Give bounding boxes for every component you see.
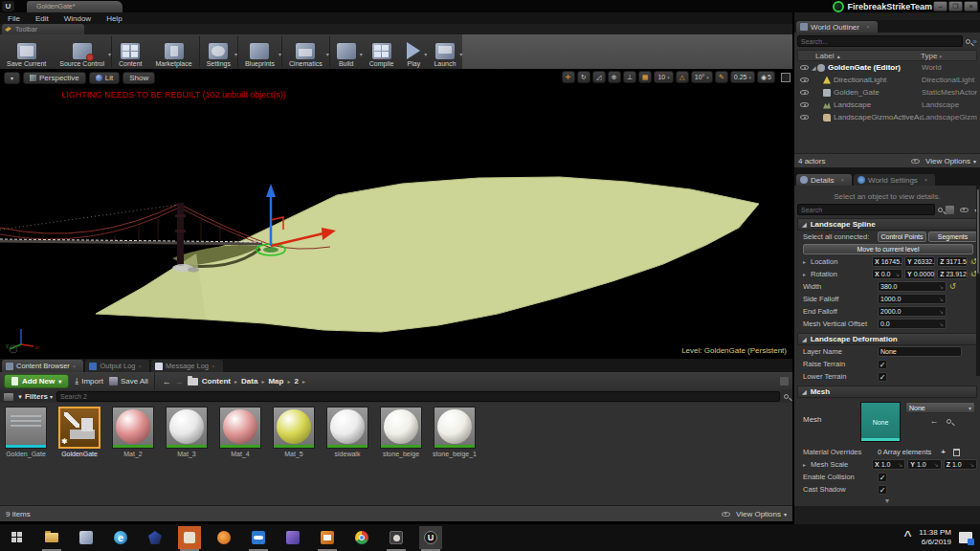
column-label[interactable]: Label ▲ (798, 52, 921, 60)
chevron-down-icon[interactable]: ▾ (108, 51, 111, 57)
lit-button[interactable]: Lit (89, 72, 120, 84)
lock-icon[interactable] (780, 377, 789, 386)
asset-sidewalk[interactable]: sidewalk (323, 407, 371, 457)
surface-snap-button[interactable]: ⊥ (623, 71, 636, 83)
expander-icon[interactable]: ▸ (803, 271, 809, 277)
launch-button[interactable]: Launch▾ (427, 34, 462, 69)
add-new-button[interactable]: Add New▾ (4, 374, 69, 388)
details-scrollbar[interactable] (976, 185, 980, 376)
reset-to-default-icon[interactable]: ↺ (949, 282, 956, 291)
save-current-button[interactable]: Save Current (0, 34, 53, 69)
segments-button[interactable]: Segments (928, 231, 977, 242)
notification-center-icon[interactable] (959, 532, 972, 543)
mesh-scale-x-field[interactable]: X1.0↘ (872, 459, 905, 470)
viewport-options-button[interactable]: ▾ (4, 72, 20, 84)
close-icon[interactable]: × (73, 364, 77, 369)
chevron-down-icon[interactable]: ▾ (278, 51, 281, 57)
chevron-down-icon[interactable]: ▾ (234, 51, 237, 57)
visibility-eye-icon[interactable] (800, 65, 809, 70)
menu-help[interactable]: Help (106, 14, 122, 23)
end-falloff-field[interactable]: 2000.0↘ (878, 306, 947, 317)
asset-search-input[interactable] (56, 391, 780, 402)
asset-mat-4[interactable]: Mat_4 (216, 407, 264, 457)
tab-content-browser[interactable]: Content Browser × (2, 360, 83, 372)
tray-chevron[interactable]: ^ (904, 529, 912, 546)
outliner-search-input[interactable] (797, 35, 963, 47)
asset-stone-beige-1[interactable]: stone_beige_1 (431, 407, 479, 457)
rotation-snap-value[interactable]: 10°▾ (691, 71, 713, 83)
sources-toggle-icon[interactable] (4, 393, 13, 401)
cast-shadow-checkbox[interactable]: ✓ (878, 485, 887, 495)
filters-button[interactable]: ▼Filters▾ (17, 392, 53, 401)
outliner-view-options-button[interactable]: View Options▾ (908, 157, 976, 165)
close-icon[interactable]: × (139, 364, 143, 369)
mesh-scale-y-field[interactable]: Y1.0↘ (907, 459, 941, 470)
save-all-button[interactable]: Save All (109, 377, 148, 386)
section-landscape-spline[interactable]: ◢ Landscape Spline (797, 218, 977, 231)
taskbar-remote-desktop[interactable] (281, 526, 304, 549)
show-button[interactable]: Show (122, 72, 155, 84)
breadcrumb-expand[interactable]: ▸ (302, 378, 305, 385)
camera-speed-button[interactable]: ◉5 (757, 71, 775, 83)
visibility-eye-icon[interactable] (800, 77, 809, 82)
taskbar-paint3d[interactable] (75, 526, 98, 549)
settings-button[interactable]: Settings▾ (200, 34, 237, 69)
asset-mat-3[interactable]: Mat_3 (163, 407, 211, 457)
close-icon[interactable]: × (212, 364, 215, 369)
mesh-scale-z-field[interactable]: Z1.0↘ (944, 459, 977, 470)
expander-icon[interactable]: ▸ (803, 258, 809, 265)
3d-viewport[interactable]: y x ▾ Perspective Lit Show ✛ ↻ ◿ ⊕ ⊥ ▦ 1… (0, 69, 792, 359)
build-button[interactable]: Build▾ (330, 34, 363, 69)
side-falloff-field[interactable]: 1000.0↘ (878, 294, 947, 304)
marketplace-button[interactable]: Marketplace (148, 34, 198, 69)
rotation-x-field[interactable]: X0.0↘ (872, 269, 902, 279)
minimize-button[interactable]: – (933, 1, 947, 11)
location-x-field[interactable]: X16745.↘ (872, 256, 902, 267)
forward-button[interactable]: → (175, 377, 184, 386)
visibility-eye-icon[interactable] (800, 102, 809, 107)
perspective-button[interactable]: Perspective (23, 72, 86, 84)
visibility-eye-icon[interactable] (800, 90, 809, 95)
cinematics-button[interactable]: Cinematics▾ (282, 34, 329, 69)
expander-icon[interactable]: ▸ (803, 461, 809, 468)
menu-edit[interactable]: Edit (35, 14, 49, 23)
document-tab[interactable]: GoldenGate* (27, 1, 122, 12)
location-y-field[interactable]: Y26332.↘ (904, 256, 935, 267)
rotation-z-field[interactable]: Z23.912↘ (937, 269, 968, 279)
maximize-button[interactable]: ❐ (948, 1, 963, 11)
content-button[interactable]: Content (112, 34, 149, 69)
blueprints-button[interactable]: Blueprints▾ (238, 34, 281, 69)
play-button[interactable]: Play▾ (400, 34, 427, 69)
column-type[interactable]: Type ▾ (921, 52, 976, 60)
close-icon[interactable]: × (866, 24, 870, 30)
mesh-dropdown[interactable]: None▾ (905, 402, 975, 413)
menu-file[interactable]: File (8, 14, 20, 23)
grid-snap-button[interactable]: ▦ (638, 71, 653, 83)
cb-view-options-button[interactable]: View Options▾ (719, 510, 787, 518)
outliner-row-goldengate[interactable]: ◢ GoldenGate (Editor)World (797, 61, 977, 74)
location-z-field[interactable]: Z3171.5↘ (937, 256, 968, 267)
control-points-button[interactable]: Control Points (878, 231, 926, 242)
breadcrumb-map[interactable]: Map (268, 377, 283, 386)
taskbar-attention-app[interactable] (178, 526, 201, 549)
world-local-toggle[interactable]: ⊕ (608, 71, 621, 83)
tab-world-outliner[interactable]: World Outliner × (796, 21, 878, 33)
chevron-down-icon[interactable]: ▾ (459, 51, 462, 57)
taskbar-blue-app[interactable] (144, 526, 167, 549)
move-to-current-level-button[interactable]: Move to current level (803, 244, 973, 254)
lower-terrain-checkbox[interactable]: ✓ (878, 372, 887, 382)
taskbar-teamviewer[interactable] (247, 526, 270, 549)
scale-tool-button[interactable]: ◿ (592, 71, 606, 83)
source-control-button[interactable]: Source Control▾ (53, 34, 111, 69)
taskbar-edge[interactable]: e (109, 526, 132, 549)
width-field[interactable]: 380.0↘ (878, 281, 947, 292)
outliner-row-directionallight[interactable]: DirectionalLightDirectionalLight (797, 74, 977, 86)
close-button[interactable]: × (964, 1, 978, 11)
rotation-y-field[interactable]: Y0.0000↘ (904, 269, 935, 279)
asset-goldengate-level[interactable]: ✱ GoldenGate (56, 407, 103, 457)
menu-window[interactable]: Window (64, 14, 91, 23)
details-search-input[interactable] (797, 204, 935, 215)
breadcrumb-content[interactable]: Content (202, 377, 231, 386)
translate-tool-button[interactable]: ✛ (562, 71, 575, 83)
start-button[interactable] (6, 526, 29, 549)
